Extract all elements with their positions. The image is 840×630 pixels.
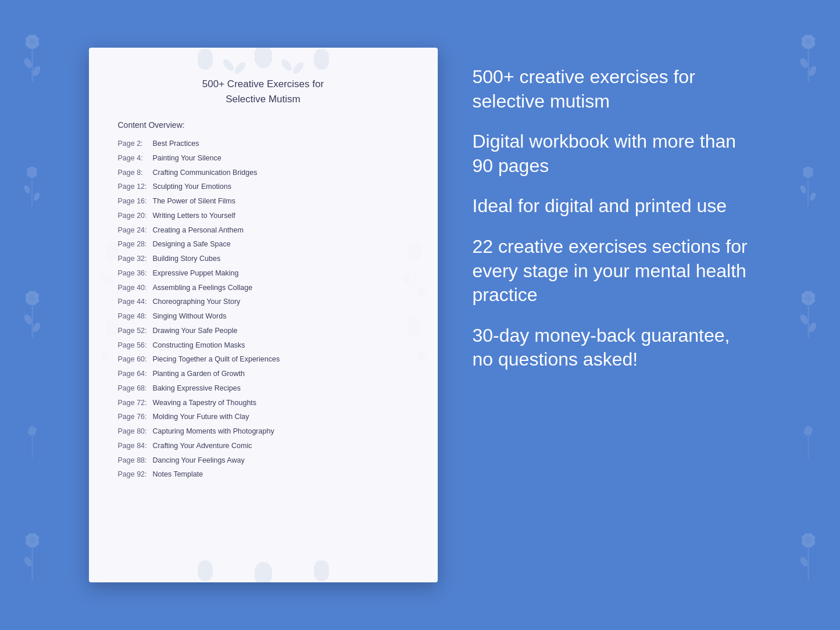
toc-item: Page 48:Singing Without Words [118, 309, 409, 324]
toc-page-num: Page 48: [118, 311, 153, 322]
toc-page-num: Page 92: [118, 469, 153, 480]
toc-title: Painting Your Silence [153, 154, 221, 162]
toc-page-num: Page 64: [118, 368, 153, 380]
table-of-contents: Page 2:Best PracticesPage 4:Painting You… [118, 137, 409, 482]
toc-title: Creating a Personal Anthem [153, 226, 244, 234]
toc-page-num: Page 36: [118, 268, 153, 279]
svg-point-125 [411, 323, 418, 330]
toc-item: Page 8:Crafting Communication Bridges [118, 166, 409, 180]
svg-point-88 [233, 60, 247, 76]
svg-point-100 [259, 569, 268, 578]
toc-page-num: Page 2: [118, 138, 153, 149]
svg-point-82 [312, 48, 330, 71]
toc-page-num: Page 76: [118, 411, 153, 423]
toc-page-num: Page 52: [118, 325, 153, 337]
toc-page-num: Page 44: [118, 296, 153, 307]
toc-item: Page 4:Painting Your Silence [118, 151, 409, 166]
svg-point-99 [251, 562, 275, 582]
toc-item: Page 56:Constructing Emotion Masks [118, 338, 409, 353]
svg-point-93 [195, 561, 216, 581]
toc-page-num: Page 84: [118, 441, 153, 452]
svg-point-101 [312, 559, 330, 582]
svg-point-127 [415, 348, 427, 363]
toc-title: Molding Your Future with Clay [153, 413, 249, 421]
toc-page-num: Page 32: [118, 253, 153, 264]
toc-title: Building Story Cubes [153, 255, 221, 263]
toc-title: Piecing Together a Quilt of Experiences [153, 355, 280, 363]
toc-title: Crafting Your Adventure Comic [153, 442, 252, 450]
right-panel: 500+ creative exercises for selective mu… [473, 48, 752, 372]
svg-point-102 [312, 559, 330, 582]
svg-point-92 [195, 559, 214, 582]
toc-title: Assembling a Feelings Collage [153, 284, 253, 292]
toc-page-num: Page 4: [118, 153, 153, 164]
toc-title: Constructing Emotion Masks [153, 341, 245, 349]
svg-point-90 [291, 60, 305, 76]
toc-item: Page 68:Baking Expressive Recipes [118, 381, 409, 396]
toc-item: Page 60:Piecing Together a Quilt of Expe… [118, 352, 409, 367]
svg-point-77 [253, 48, 273, 69]
toc-page-num: Page 88: [118, 455, 153, 466]
toc-page-num: Page 12: [118, 181, 153, 192]
toc-page-num: Page 72: [118, 398, 153, 409]
book-page: 500+ Creative Exercises for Selective Mu… [89, 48, 438, 582]
svg-point-72 [195, 48, 214, 71]
toc-item: Page 40:Assembling a Feelings Collage [118, 281, 409, 295]
toc-page-num: Page 24: [118, 225, 153, 236]
svg-point-122 [415, 284, 427, 299]
toc-page-num: Page 60: [118, 354, 153, 365]
svg-point-96 [253, 561, 273, 582]
feature-text-1: Digital workbook with more than 90 pages [473, 130, 752, 178]
toc-item: Page 24:Creating a Personal Anthem [118, 223, 409, 238]
svg-point-81 [259, 52, 268, 61]
svg-point-86 [317, 55, 326, 63]
feature-text-3: 22 creative exercises sections for every… [473, 235, 752, 307]
svg-point-91 [195, 559, 214, 582]
toc-title: Drawing Your Safe People [153, 327, 238, 335]
svg-point-78 [253, 48, 273, 69]
toc-page-num: Page 80: [118, 426, 153, 437]
svg-point-119 [411, 248, 418, 255]
toc-item: Page 72:Weaving a Tapestry of Thoughts [118, 396, 409, 410]
svg-point-95 [201, 567, 209, 575]
toc-title: Planting a Garden of Growth [153, 370, 245, 378]
feature-text-0: 500+ creative exercises for selective mu… [473, 65, 752, 113]
feature-text-4: 30-day money-back guarantee, no question… [473, 324, 752, 372]
toc-title: Sculpting Your Emotions [153, 182, 232, 191]
svg-point-85 [311, 49, 332, 70]
toc-item: Page 20:Writing Letters to Yourself [118, 209, 409, 223]
toc-item: Page 64:Planting a Garden of Growth [118, 367, 409, 381]
toc-item: Page 44:Choreographing Your Story [118, 295, 409, 309]
svg-point-114 [109, 323, 116, 330]
toc-item: Page 80:Capturing Moments with Photograp… [118, 424, 409, 439]
toc-title: Choreographing Your Story [153, 298, 241, 306]
svg-point-116 [99, 348, 111, 363]
svg-point-108 [109, 248, 116, 255]
toc-title: Baking Expressive Recipes [153, 384, 241, 392]
toc-page-num: Page 68: [118, 383, 153, 394]
svg-point-80 [251, 48, 275, 68]
main-content: 500+ Creative Exercises for Selective Mu… [0, 24, 840, 606]
toc-item: Page 36:Expressive Puppet Making [118, 266, 409, 281]
svg-point-83 [312, 48, 330, 71]
feature-text-2: Ideal for digital and printed use [473, 194, 752, 219]
svg-point-110 [99, 273, 111, 287]
toc-title: Notes Template [153, 470, 203, 478]
svg-point-75 [195, 49, 216, 70]
toc-item: Page 12:Sculpting Your Emotions [118, 180, 409, 194]
svg-point-79 [251, 48, 275, 68]
toc-title: Expressive Puppet Making [153, 269, 239, 277]
toc-item: Page 2:Best Practices [118, 137, 409, 151]
toc-title: Designing a Safe Space [153, 240, 231, 248]
toc-item: Page 76:Molding Your Future with Clay [118, 410, 409, 424]
book-page-bottom-decoration [89, 536, 438, 582]
toc-title: Singing Without Words [153, 312, 227, 320]
toc-title: Best Practices [153, 139, 199, 148]
svg-point-89 [279, 58, 294, 73]
toc-title: Writing Letters to Yourself [153, 212, 235, 220]
toc-item: Page 28:Designing a Safe Space [118, 237, 409, 252]
svg-point-74 [195, 49, 216, 70]
toc-page-num: Page 40: [118, 282, 153, 293]
toc-title: Dancing Your Feelings Away [153, 456, 245, 464]
svg-point-97 [253, 561, 273, 582]
